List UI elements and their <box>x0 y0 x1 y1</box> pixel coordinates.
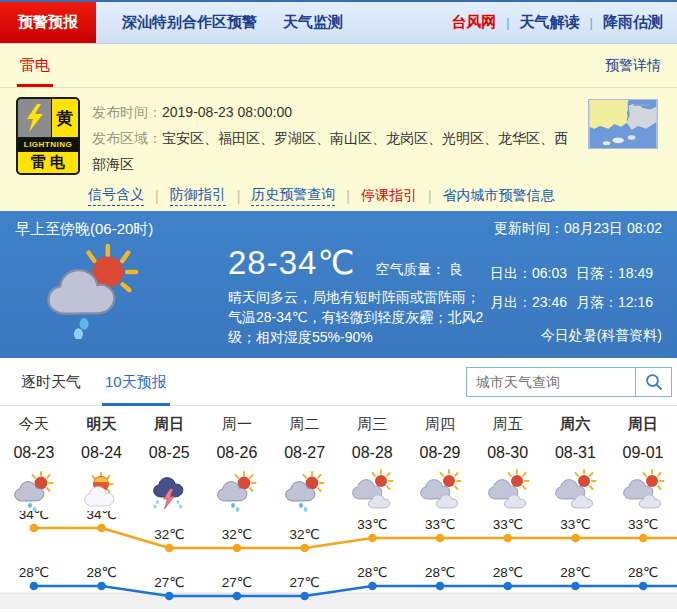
lightning-warning-sign-icon: 黄 LIGHTNING 雷电 <box>16 97 80 175</box>
forecast-date-label: 08-24 <box>68 438 136 470</box>
svg-text:33℃: 33℃ <box>560 517 590 532</box>
link-separator: | <box>346 188 350 204</box>
link-signal-meaning[interactable]: 信号含义 <box>88 186 144 206</box>
link-history-warning-query[interactable]: 历史预警查询 <box>251 186 335 206</box>
search-icon <box>645 373 663 391</box>
link-defense-guide[interactable]: 防御指引 <box>170 186 226 206</box>
publish-time-row: 发布时间：2019-08-23 08:00:00 <box>92 99 580 125</box>
cloud-sun-rain-icon <box>40 241 144 339</box>
nav-separator: | <box>590 15 593 30</box>
svg-text:28℃: 28℃ <box>357 565 387 580</box>
warning-type-bar: 雷电 预警详情 <box>0 44 677 88</box>
cloudy-sun-icon <box>485 470 531 514</box>
weather-description: 晴天间多云，局地有短时阵雨或雷阵雨；气温28-34℃，有轻微到轻度灰霾；北风2级… <box>228 287 490 347</box>
publish-time-value: 2019-08-23 08:00:00 <box>162 104 292 120</box>
svg-text:28℃: 28℃ <box>560 565 590 580</box>
shower-sun-icon <box>214 470 260 514</box>
publish-area-label: 发布区域： <box>92 130 162 146</box>
svg-text:33℃: 33℃ <box>493 517 523 532</box>
nav-link-typhoon-net[interactable]: 台风网 <box>451 13 496 32</box>
forecast-weather-icon-cell <box>338 470 406 511</box>
tab-hourly-weather[interactable]: 逐时天气 <box>18 358 84 406</box>
svg-text:32℃: 32℃ <box>290 527 320 542</box>
forecast-date-label: 08-29 <box>406 438 474 470</box>
forecast-weather-icon-cell <box>135 470 203 511</box>
svg-text:33℃: 33℃ <box>628 517 658 532</box>
svg-text:27℃: 27℃ <box>154 575 184 590</box>
city-search-input[interactable] <box>467 368 635 396</box>
forecast-icon-row <box>0 470 677 511</box>
forecast-day-label: 周日 <box>609 412 677 438</box>
forecast-date-label: 08-26 <box>203 438 271 470</box>
cloudy-sun-icon <box>417 470 463 514</box>
svg-text:28℃: 28℃ <box>628 565 658 580</box>
forecast-period-label: 早上至傍晚(06-20时) <box>15 220 153 239</box>
update-time: 更新时间：08月23日 08:02 <box>494 220 662 239</box>
solar-term-link[interactable]: 今日处暑(科普资料) <box>490 327 662 345</box>
forecast-day-label: 明天 <box>68 412 136 438</box>
forecast-tabbar: 逐时天气 10天预报 <box>0 358 677 406</box>
warning-map-thumbnail[interactable] <box>588 99 658 149</box>
moonset: 月落：12:16 <box>576 294 662 312</box>
publish-time-label: 发布时间： <box>92 104 162 120</box>
forecast-day-label: 周日 <box>135 412 203 438</box>
shower-sun-icon <box>11 470 57 514</box>
warning-grade-label: 黄 <box>52 99 78 137</box>
warning-detail-link[interactable]: 预警详情 <box>605 57 661 75</box>
warning-section: 雷电 预警详情 黄 LIGHTNING 雷电 发布时间：2019-08-23 0… <box>0 44 677 211</box>
svg-text:32℃: 32℃ <box>154 527 184 542</box>
svg-text:27℃: 27℃ <box>222 575 252 590</box>
warning-band-label: LIGHTNING <box>18 138 78 151</box>
forecast-date-label: 09-01 <box>609 438 677 470</box>
publish-area-row: 发布区域：宝安区、福田区、罗湖区、南山区、龙岗区、光明区、龙华区、西部海区 <box>92 125 580 177</box>
forecast-weather-icon-cell <box>271 470 339 511</box>
svg-text:34℃: 34℃ <box>19 511 49 522</box>
svg-text:27℃: 27℃ <box>290 575 320 590</box>
publish-area-value: 宝安区、福田区、罗湖区、南山区、龙岗区、光明区、龙华区、西部海区 <box>92 130 568 172</box>
forecast-weather-icon-cell <box>474 470 542 511</box>
nav-link-shenshan-warning[interactable]: 深汕特别合作区预警 <box>122 2 257 43</box>
forecast-weather-icon-cell <box>0 470 68 511</box>
tab-ten-day-forecast[interactable]: 10天预报 <box>102 358 170 406</box>
cloudy-sun-icon <box>349 470 395 514</box>
sunrise: 日出：06:03 <box>490 265 576 283</box>
svg-text:33℃: 33℃ <box>425 517 455 532</box>
svg-text:34℃: 34℃ <box>86 511 116 522</box>
sun-cloud-icon <box>79 470 125 514</box>
temperature-line-chart: 34℃ 34℃ 32℃ 32℃ 32℃ 33℃ 33℃ 33℃ 33℃ 33℃ … <box>0 511 677 609</box>
nav-tab-warning-forecast[interactable]: 预警预报 <box>0 2 96 43</box>
forecast-day-label: 今天 <box>0 412 68 438</box>
forecast-weather-icon-cell <box>203 470 271 511</box>
warning-links-row: 信号含义 | 防御指引 | 历史预警查询 | 停课指引 | 省内城市预警信息 <box>0 177 677 206</box>
forecast-day-label: 周一 <box>203 412 271 438</box>
svg-text:33℃: 33℃ <box>357 517 387 532</box>
forecast-date-row: 08-2308-2408-2508-2608-2708-2808-2908-30… <box>0 438 677 470</box>
weather-warning-page: 预警预报 深汕特别合作区预警 天气监测 台风网 | 天气解读 | 降雨估测 雷电… <box>0 0 677 613</box>
sun-moon-panel: 日出：06:03 日落：18:49 月出：23:46 月落：12:16 今日处暑… <box>490 241 662 347</box>
svg-text:28℃: 28℃ <box>19 565 49 580</box>
warning-body: 黄 LIGHTNING 雷电 发布时间：2019-08-23 08:00:00 … <box>0 88 677 177</box>
lightning-bolt-icon <box>18 99 51 137</box>
forecast-day-label: 周三 <box>338 412 406 438</box>
svg-text:28℃: 28℃ <box>86 565 116 580</box>
forecast-day-label: 周四 <box>406 412 474 438</box>
warning-type-tab-lightning[interactable]: 雷电 <box>17 44 53 87</box>
link-separator: | <box>237 188 241 204</box>
nav-right-links: 台风网 | 天气解读 | 降雨估测 <box>451 2 677 43</box>
nav-link-weather-explain[interactable]: 天气解读 <box>520 13 580 32</box>
forecast-day-label: 周六 <box>542 412 610 438</box>
shower-sun-icon <box>282 470 328 514</box>
city-weather-search <box>466 367 672 397</box>
thunderstorm-icon <box>146 470 192 514</box>
nav-link-rain-estimate[interactable]: 降雨估测 <box>603 13 663 32</box>
search-button[interactable] <box>635 368 671 396</box>
forecast-date-label: 08-30 <box>474 438 542 470</box>
forecast-date-label: 08-28 <box>338 438 406 470</box>
nav-link-weather-monitor[interactable]: 天气监测 <box>283 2 343 43</box>
link-separator: | <box>155 188 159 204</box>
link-province-city-warnings[interactable]: 省内城市预警信息 <box>443 187 555 206</box>
forecast-day-label: 周五 <box>474 412 542 438</box>
link-class-suspension-guide[interactable]: 停课指引 <box>361 187 417 206</box>
warning-info: 发布时间：2019-08-23 08:00:00 发布区域：宝安区、福田区、罗湖… <box>92 97 580 177</box>
current-weather-panel: 早上至傍晚(06-20时) 更新时间：08月23日 08:02 <box>0 211 677 358</box>
